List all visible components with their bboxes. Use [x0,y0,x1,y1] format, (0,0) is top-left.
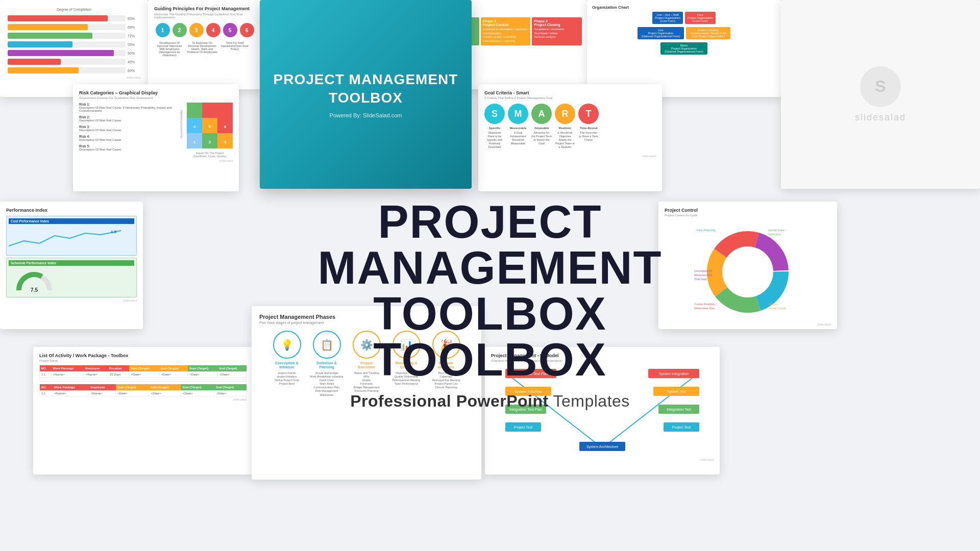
slidesalad-logo-slide: S slidesalad [781,0,980,189]
activity-table-2: NO. Work Package Employee Start (Target)… [39,384,247,396]
svg-text:2: 2 [209,140,211,144]
svg-text:7.5: 7.5 [31,287,38,293]
slidesalad-logo-name: slidesalad [855,112,906,123]
risk-item-3: Risk 3:Description Of Risk And Cause [79,125,176,132]
org-box-bot: MatrixProject Organization(Optional Orga… [660,42,707,55]
smart-subtitle: 5 Criteria That Define A Project Managem… [484,96,656,99]
risk-subtitle: Assessment Scheme For Qualitative Risk A… [79,96,233,99]
perf-title: Performance Index [6,208,137,213]
guiding-principles-slide: Guiding Principles For Project Managemen… [148,0,261,89]
risk-content: Risk 1:Description Of Risk And Cause, If… [79,103,233,158]
svg-text:4: 4 [193,124,196,129]
risk-watermark: slidesalad [79,159,233,162]
svg-text:1.5: 1.5 [111,230,117,234]
col-emp: Employee [84,365,108,372]
guiding-subtitle: Determine The Guiding Philosophy Through… [154,13,255,19]
col-dur: Duration [108,365,129,372]
table-row [40,378,247,382]
smart-desc-r: RealisticIt Should be Objective Needs th… [555,127,575,149]
smart-desc-s: SpecificObjectives Have to be Specific a… [484,127,505,149]
svg-text:6: 6 [224,124,227,129]
phase-box-3: Phase 3Project Control Exchange of infor… [481,17,531,45]
svg-text:Actual Data /: Actual Data / [768,229,786,232]
schedule-perf-label: Schedule Performance Index [9,260,134,266]
smart-m: M [508,104,528,124]
table-row-2: 1.1 <Name> <Name> <Date> <Date> <Date> <… [40,391,247,396]
bar-chart-bars: 85% 68% 72% 55% 90% 45% 60% [8,15,140,73]
svg-text:Inventory: Inventory [768,233,781,236]
org-chart-slide: Organization Chart Line – And – StaffPro… [587,0,781,97]
org-box-top2: PureProject Organization(Core Form) [685,12,716,24]
smart-r: R [555,104,575,124]
org-box-mid2: Project Company(Organizational Variant o… [686,27,730,39]
main-subtitle-bold: Professional PowerPoint [350,392,548,410]
schedule-perf-chart: 7.5 [9,267,121,293]
org-box-mid1: LineProject Organization(Optional Organi… [638,27,684,39]
svg-rect-6 [187,103,202,118]
activity-title: List Of Activity / Work Package - Toolbo… [39,353,247,358]
circle-4: 4 [206,23,220,37]
activity-watermark: slidesalad [39,398,247,401]
risk-list: Risk 1:Description Of Risk And Cause, If… [79,103,176,158]
barchart-watermark: slidesalad [8,76,140,79]
hero-title-line2: TOOLBOX [329,89,403,107]
slidesalad-logo-letter: S [860,66,901,107]
risk-item-5: Risk 5:Description Of Risk And Cause [79,144,176,151]
risk-item-4: Risk 4:Description Of Risk And Cause [79,135,176,141]
circle-5: 5 [223,23,237,37]
smart-watermark: slidesalad [484,155,656,158]
circle-2: 2 [173,23,187,37]
col-end2: End (Target) [218,365,247,372]
guiding-title: Guiding Principles For Project Managemen… [154,6,255,11]
smart-title: Goal Criteria - Smart [484,90,656,95]
main-subtitle: Professional PowerPoint Templates [245,392,735,411]
org-title: Organization Chart [592,5,776,10]
circle-6: 6 [240,23,254,37]
svg-text:Project Test: Project Test [672,425,691,430]
main-title-line1: Project Management Toolbox [245,199,735,337]
cost-perf-chart: 1.5 [9,226,121,251]
smart-descriptions: SpecificObjectives Have to be Specific a… [484,127,656,149]
hero-slide: PROJECT MANAGEMENT TOOLBOX Powered By: S… [260,0,472,189]
smart-desc-m: MeasurableA Goal Achievement Should be M… [508,127,528,149]
col-end1: End (Target) [159,365,188,372]
smart-a: A [531,104,552,124]
col-start1: Start (Target) [129,365,159,372]
risk-categories-slide: Risk Categories – Graphical Display Asse… [73,84,239,191]
activity-sub: Project Name [39,359,247,362]
smart-slide: Goal Criteria - Smart 5 Criteria That De… [478,84,662,191]
table-row: 1.1 <Name> <Name> 15 Days <Date> <Date> … [40,372,247,378]
svg-text:Actual Comp.: Actual Comp. [768,307,787,310]
risk-item-2: Risk 2:Description Of Risk And Cause [79,115,176,122]
main-title-line2: TOOLBOX [245,337,735,383]
smart-t: T [578,104,599,124]
svg-rect-7 [202,103,217,118]
risk-matrix-svg: 1 2 3 4 5 6 [187,103,233,148]
smart-desc-a: AttainableAttractive for the Project Ter… [531,127,552,149]
risk-title: Risk Categories – Graphical Display [79,90,233,95]
circle-1: 1 [156,23,170,37]
hero-title-line1: PROJECT MANAGEMENT [274,70,458,89]
risk-item-1: Risk 1:Description Of Risk And Cause, If… [79,103,176,112]
col-wp: Work Package [51,365,84,372]
activity-table: NO. Work Package Employee Duration Start… [39,365,247,382]
svg-text:Project Test: Project Test [514,425,532,430]
svg-text:5: 5 [209,124,211,129]
perf-watermark: slidesalad [6,299,137,302]
org-box-top1: Line – And – StaffProject Organization(C… [652,12,683,24]
smart-circles: S M A R T [484,104,656,124]
phase-box-4: Phase 4Project Closing Acceptance / conc… [532,17,582,45]
guiding-circles: 1 2 3 4 5 6 [154,23,255,37]
smart-desc-t: Time-BoundThe Goal Has to Have a Time Fr… [578,127,599,149]
svg-text:1: 1 [193,140,196,144]
smart-s: S [484,104,505,124]
col-start2: Start (Target) [188,365,218,372]
svg-rect-8 [217,103,233,118]
cost-perf-label: Cost Performance Index [9,218,134,224]
svg-text:3: 3 [224,140,227,144]
activity-list-slide: List Of Activity / Work Package - Toolbo… [33,347,253,474]
svg-text:System Architecture: System Architecture [586,445,618,449]
bar-chart-slide: Degree of Completion 85% 68% 72% 55% 90%… [0,0,148,97]
circle-3: 3 [189,23,204,37]
vmodel-watermark: slidesalad [491,458,714,461]
